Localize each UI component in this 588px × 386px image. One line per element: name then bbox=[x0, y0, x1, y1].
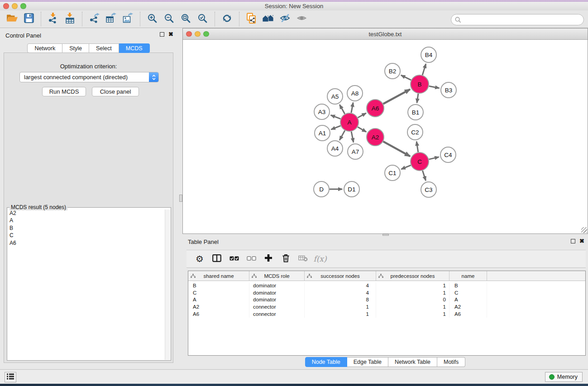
graph-edge-B-B3[interactable] bbox=[429, 86, 440, 88]
select-all-columns-button[interactable] bbox=[225, 252, 243, 266]
graph-edge-B-B1[interactable] bbox=[417, 94, 418, 103]
tab-network[interactable]: Network bbox=[27, 43, 62, 53]
optimization-criterion-label: Optimization criterion: bbox=[4, 63, 173, 70]
task-history-button[interactable] bbox=[5, 372, 16, 382]
tab-edge-table[interactable]: Edge Table bbox=[347, 357, 388, 367]
home-button[interactable] bbox=[260, 11, 277, 27]
import-table-button[interactable] bbox=[62, 11, 78, 27]
float-panel-icon[interactable] bbox=[571, 239, 575, 243]
graph-node-label: D1 bbox=[348, 186, 355, 193]
import-network-icon bbox=[48, 13, 59, 25]
window-resize-grip[interactable] bbox=[581, 227, 587, 233]
table-body: Bdominator41BCdominator41CAdominator80AA… bbox=[188, 282, 585, 318]
graph-edge-A-A3[interactable] bbox=[331, 115, 341, 119]
delete-column-button[interactable] bbox=[277, 252, 294, 266]
graph-edge-A-A6[interactable] bbox=[358, 113, 366, 118]
column-header-label: predecessor nodes bbox=[391, 273, 435, 279]
add-column-button[interactable] bbox=[260, 252, 277, 266]
table-row[interactable]: Cdominator41C bbox=[188, 290, 585, 297]
table-row[interactable]: Bdominator41B bbox=[188, 282, 585, 290]
column-header[interactable]: shared name bbox=[188, 271, 249, 281]
table-row[interactable]: Adominator80A bbox=[188, 296, 585, 304]
column-header[interactable]: successor nodes bbox=[305, 271, 376, 281]
duplicate-network-button[interactable] bbox=[243, 11, 260, 27]
table-settings-button[interactable]: ⚙ bbox=[191, 252, 208, 266]
tab-select[interactable]: Select bbox=[89, 43, 119, 53]
toolbar-separator bbox=[82, 12, 82, 26]
table-panel: Table Panel ✖ ⚙ bbox=[182, 235, 588, 369]
search-input[interactable] bbox=[451, 14, 584, 25]
column-layout-button[interactable] bbox=[208, 252, 225, 266]
graph-edge-C-C3[interactable] bbox=[422, 171, 425, 181]
graph-edge-A-A7[interactable] bbox=[351, 132, 354, 143]
close-panel-icon[interactable]: ✖ bbox=[579, 239, 584, 243]
result-scrollbar[interactable] bbox=[165, 210, 170, 360]
desktop-strip-bottom bbox=[0, 384, 588, 386]
graph-edge-B-B4[interactable] bbox=[422, 64, 426, 75]
tab-motifs[interactable]: Motifs bbox=[437, 357, 465, 367]
table-header-row: shared nameMCDS rolesuccessor nodesprede… bbox=[188, 271, 585, 281]
export-image-button[interactable] bbox=[120, 11, 136, 27]
result-list-item[interactable]: A6 bbox=[8, 239, 164, 247]
table-cell: 1 bbox=[376, 282, 449, 290]
graph-node-label: A6 bbox=[372, 105, 379, 112]
zoom-selected-button[interactable] bbox=[194, 11, 211, 27]
open-session-button[interactable] bbox=[4, 11, 20, 27]
graph-edge-C-C4[interactable] bbox=[429, 157, 439, 159]
save-session-button[interactable] bbox=[20, 11, 37, 27]
result-list-item[interactable]: C bbox=[8, 232, 164, 239]
graph-edge-C-C2[interactable] bbox=[416, 142, 418, 152]
graph-edge-A-A4[interactable] bbox=[339, 130, 345, 140]
tab-mcds[interactable]: MCDS bbox=[119, 43, 150, 53]
import-network-button[interactable] bbox=[45, 11, 62, 27]
tab-style[interactable]: Style bbox=[62, 43, 89, 53]
table-row[interactable]: A2connector11A2 bbox=[188, 304, 585, 311]
zoom-in-button[interactable] bbox=[144, 11, 161, 27]
export-network-button[interactable] bbox=[86, 11, 103, 27]
graph-edge-B-B2[interactable] bbox=[401, 75, 411, 80]
column-header[interactable]: predecessor nodes bbox=[376, 271, 449, 281]
graph-edge-A-A2[interactable] bbox=[358, 127, 366, 132]
eye-slash-icon bbox=[280, 13, 290, 25]
column-header-label: name bbox=[462, 273, 475, 279]
table-cell: 1 bbox=[376, 311, 449, 318]
table-cell: 1 bbox=[305, 304, 376, 311]
tab-node-table[interactable]: Node Table bbox=[305, 357, 347, 367]
zoom-out-button[interactable] bbox=[161, 11, 177, 27]
graph-edge-A2-C[interactable] bbox=[383, 142, 410, 157]
zoom-selected-icon bbox=[197, 13, 208, 25]
window-title: Session: New Session bbox=[0, 3, 588, 10]
result-list-item[interactable]: A2 bbox=[8, 210, 164, 217]
graph-edge-A-A8[interactable] bbox=[351, 103, 353, 113]
node-table: shared nameMCDS rolesuccessor nodesprede… bbox=[188, 271, 586, 356]
zoom-fit-button[interactable] bbox=[177, 11, 194, 27]
refresh-button[interactable] bbox=[219, 11, 235, 27]
hide-graphics-details-button[interactable] bbox=[277, 11, 293, 27]
graph-edge-A6-B[interactable] bbox=[383, 89, 410, 104]
graph-edge-C-C1[interactable] bbox=[401, 165, 411, 169]
table-row[interactable]: A6connector11A6 bbox=[188, 311, 585, 318]
run-mcds-button[interactable]: Run MCDS bbox=[42, 87, 86, 96]
graph-edge-A-A5[interactable] bbox=[339, 105, 344, 114]
column-header[interactable]: name bbox=[449, 271, 487, 281]
table-cell: B bbox=[188, 282, 249, 290]
result-list-item[interactable]: A bbox=[8, 217, 164, 224]
tab-network-table[interactable]: Network Table bbox=[388, 357, 437, 367]
network-canvas[interactable]: AA1A3A5A8A4A7A6A2BB1B2B3B4CC1C2C3C4DD1 bbox=[183, 40, 588, 234]
export-table-button[interactable] bbox=[103, 11, 120, 27]
memory-button[interactable]: Memory bbox=[545, 372, 583, 382]
vertical-splitter-handle[interactable] bbox=[179, 195, 182, 202]
criterion-dropdown[interactable]: largest connected component (directed) bbox=[19, 72, 159, 82]
deselect-all-columns-button[interactable] bbox=[243, 252, 260, 266]
column-header[interactable]: MCDS role bbox=[249, 271, 305, 281]
graph-node-label: C3 bbox=[425, 186, 432, 193]
table-cell: A2 bbox=[188, 304, 249, 311]
import-table-icon bbox=[65, 13, 76, 25]
close-panel-button[interactable]: Close panel bbox=[92, 87, 139, 96]
float-panel-icon[interactable] bbox=[160, 32, 164, 37]
graph-edge-A-A1[interactable] bbox=[331, 126, 340, 129]
close-panel-icon[interactable]: ✖ bbox=[168, 32, 173, 37]
graph-node-label: C bbox=[417, 158, 422, 165]
columns-icon bbox=[212, 254, 221, 264]
result-list-item[interactable]: B bbox=[8, 224, 164, 232]
